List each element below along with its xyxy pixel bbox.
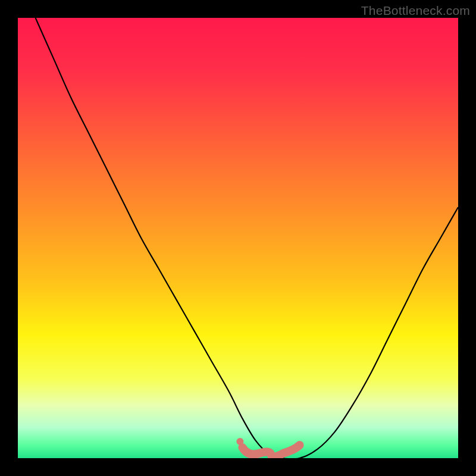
optimal-range-dot bbox=[236, 438, 243, 445]
curve-layer bbox=[18, 18, 458, 458]
optimal-range-marker bbox=[242, 445, 299, 457]
plot-area bbox=[18, 18, 458, 458]
chart-frame: TheBottleneck.com bbox=[0, 0, 476, 476]
watermark-text: TheBottleneck.com bbox=[361, 4, 470, 18]
bottleneck-curve bbox=[36, 18, 458, 458]
